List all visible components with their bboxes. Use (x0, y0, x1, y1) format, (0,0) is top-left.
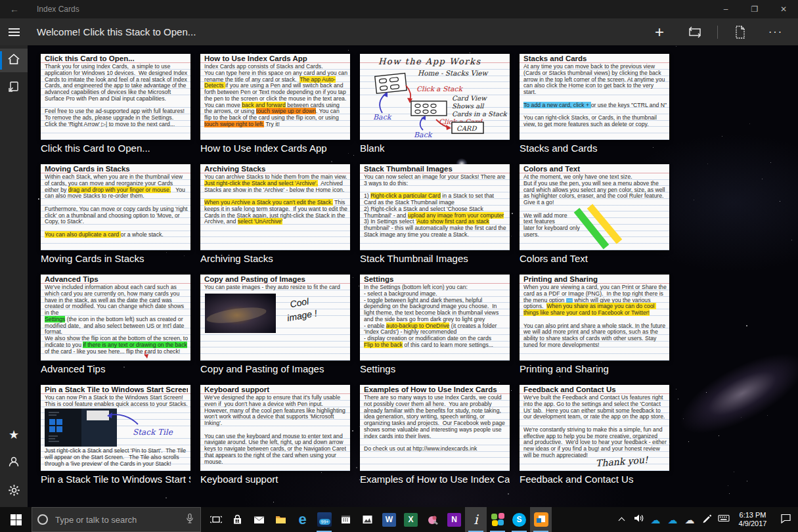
card-body: Thank you for using Index Cards, a simpl… (45, 64, 188, 139)
skype-s-glyph: S (512, 513, 526, 527)
tray-windows-ink[interactable] (698, 507, 715, 532)
tray-onedrive-2[interactable]: ☁ (664, 507, 681, 532)
tray-onedrive-1[interactable]: ☁ (647, 507, 664, 532)
color-grid-app-icon[interactable] (487, 507, 508, 532)
cloud-icon: ☁ (685, 515, 695, 525)
index-card-thumbnail[interactable]: Keyboard supportWe've designed the app t… (200, 385, 350, 471)
flip-card-icon[interactable] (682, 21, 708, 43)
card-cell: Advanced TipsWe've included information … (41, 275, 190, 385)
card-body: We've built the Feedback and Contact Us … (523, 395, 667, 470)
red-margin-line (200, 283, 350, 284)
orange-cube-app-icon[interactable] (530, 507, 552, 532)
card-title: Keyboard support (204, 386, 347, 393)
index-cards-app-window: ← Index Cards – ❐ ✕ Welcome! Click this … (0, 0, 798, 532)
skype-icon[interactable]: S (508, 507, 530, 532)
index-card-thumbnail[interactable]: Pin a Stack Tile to Windows Start Screen… (41, 385, 190, 471)
index-card-thumbnail[interactable]: How to Use Index Cards AppIndex Cards ap… (200, 54, 350, 140)
index-card-thumbnail[interactable]: Stacks and CardsAt any time you can move… (520, 54, 669, 140)
highlighted-text: ⋯ (566, 298, 573, 303)
stack-title: Welcome! Click this Stack to Open... (37, 26, 646, 37)
index-card-thumbnail[interactable]: Advanced TipsWe've included information … (41, 275, 190, 361)
card-body: We've included information about each ca… (45, 284, 188, 360)
card-cell: Printing and SharingWhen you are viewing… (520, 275, 669, 385)
tray-expand-chevron[interactable] (613, 507, 630, 532)
taskbar-clock[interactable]: 6:13 PM 4/9/2017 (732, 507, 773, 532)
calendar-icon[interactable] (335, 507, 357, 532)
card-title: Settings (364, 275, 507, 283)
minimize-button[interactable]: – (711, 0, 740, 18)
file-explorer-icon[interactable] (270, 507, 292, 532)
start-button[interactable] (0, 507, 32, 532)
edge-icon[interactable]: e (292, 507, 313, 532)
sidebar-item-contact[interactable] (0, 451, 28, 475)
red-margin-line (520, 393, 669, 394)
red-margin-line (360, 173, 510, 173)
maximize-button[interactable]: ❐ (740, 0, 769, 18)
index-card-thumbnail[interactable]: SettingsIn the Settings (bottom left ico… (360, 275, 510, 361)
card-title: Feedback and Contact Us (523, 386, 667, 393)
card-caption: Stacks and Cards (520, 143, 669, 154)
sidebar-item-home[interactable] (0, 49, 28, 72)
onenote-icon[interactable]: N (443, 507, 465, 532)
paint-app-icon[interactable] (422, 507, 443, 532)
photos-icon[interactable] (357, 507, 378, 532)
card-title: How to Use Index Cards App (204, 55, 347, 62)
hamburger-menu-icon[interactable] (0, 18, 28, 45)
red-margin-line (360, 393, 510, 394)
index-card-thumbnail[interactable]: Printing and SharingWhen you are viewing… (520, 275, 669, 361)
index-card-thumbnail[interactable]: Feedback and Contact UsWe've built the F… (520, 385, 669, 471)
red-margin-line (520, 173, 669, 173)
color-dots (491, 513, 504, 526)
card-caption: Colors and Text (520, 253, 669, 264)
index-card-thumbnail[interactable]: How the App Works Home - Stacks View Cli… (360, 54, 510, 140)
sidebar-item-favorites[interactable]: ★ (0, 423, 28, 447)
left-sidebar: ★ (0, 45, 28, 507)
people-icon (7, 456, 20, 470)
card-title: Moving Cards in Stacks (45, 165, 188, 173)
gear-icon (8, 484, 20, 499)
action-center-button[interactable] (773, 507, 798, 532)
red-margin-line (200, 393, 350, 394)
back-arrow-icon[interactable]: ← (0, 4, 29, 14)
red-margin-line (360, 62, 510, 63)
titlebar: ← Index Cards – ❐ ✕ (0, 0, 798, 18)
card-cell: Feedback and Contact UsWe've built the F… (520, 385, 669, 495)
card-caption: Settings (360, 363, 510, 374)
index-card-thumbnail[interactable]: Examples of How to Use Index CardsThere … (360, 385, 510, 471)
card-cell: Moving Cards in StacksWithin each Stack,… (41, 164, 190, 275)
search-input[interactable] (54, 514, 185, 525)
index-card-thumbnail[interactable]: Archiving StacksYou can archive Stacks t… (200, 164, 350, 250)
index-cards-i-glyph: i (474, 512, 477, 527)
red-margin-line (41, 62, 190, 63)
index-card-thumbnail[interactable]: Moving Cards in StacksWithin each Stack,… (41, 164, 190, 250)
highlighted-text: Flip to the back (364, 342, 403, 348)
cortana-search-box[interactable] (32, 507, 201, 532)
task-view-button[interactable] (205, 507, 227, 532)
add-card-button[interactable]: + (646, 21, 673, 43)
excel-icon[interactable]: X (400, 507, 422, 532)
mail-icon[interactable] (248, 507, 270, 532)
sidebar-item-settings[interactable] (0, 479, 28, 503)
speaker-icon (633, 513, 644, 526)
card-caption: Advanced Tips (41, 363, 190, 374)
new-page-icon[interactable] (727, 21, 753, 43)
index-cards-taskbar-icon[interactable]: i (465, 507, 487, 532)
cloud-icon: ☁ (651, 515, 661, 525)
index-card-thumbnail[interactable]: Stack Thumbnail ImagesYou can now select… (360, 164, 510, 250)
word-icon[interactable]: W (378, 507, 400, 532)
card-title: Archiving Stacks (204, 165, 347, 173)
index-card-thumbnail[interactable]: Copy and Pasting of ImagesYou can paste … (200, 275, 350, 361)
close-button[interactable]: ✕ (769, 0, 798, 18)
store-icon[interactable] (227, 507, 248, 532)
index-card-thumbnail[interactable]: Click this Card to Open...Thank you for … (41, 54, 190, 140)
tray-onedrive-personal[interactable]: ☁ (681, 507, 698, 532)
tray-volume[interactable] (630, 507, 647, 532)
more-options-button[interactable]: ··· (763, 21, 789, 43)
sidebar-item-archive[interactable] (0, 76, 28, 100)
tray-touch-keyboard[interactable] (715, 507, 732, 532)
card-caption: Archiving Stacks (200, 253, 350, 264)
mail-unread-icon[interactable]: 99+ (313, 507, 335, 532)
index-card-thumbnail[interactable]: Colors and TextAt the moment, we only ha… (520, 164, 669, 250)
microphone-icon[interactable] (185, 513, 195, 527)
highlighted-text: if there is any text or drawing on the b… (83, 342, 187, 348)
